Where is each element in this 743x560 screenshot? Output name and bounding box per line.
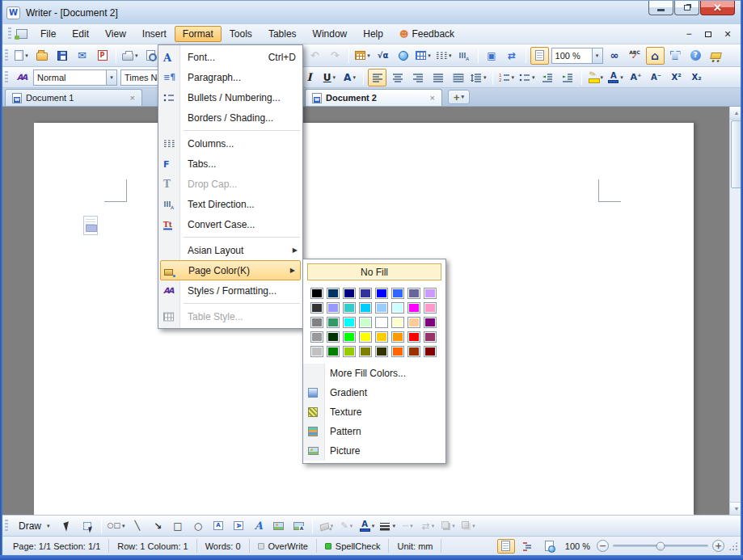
color-swatch[interactable] [359,288,372,299]
home-button[interactable]: ⌂ [646,47,665,65]
format-menu-item-font[interactable]: AFont...Ctrl+D [158,47,302,67]
page-color-item-gradient[interactable]: Gradient [303,383,445,402]
menu-tools[interactable]: Tools [222,26,260,42]
picture-caption-button[interactable] [289,517,308,535]
menubar-grip[interactable] [8,27,11,40]
format-menu-item-table-style[interactable]: Table Style... [158,306,302,326]
format-menu-item-styles-formatting[interactable]: Styles / Formatting... [158,280,302,301]
character-effects-button[interactable]: A▾ [340,69,359,86]
color-swatch[interactable] [391,302,404,314]
color-swatch[interactable] [391,317,404,328]
numbering-button[interactable]: 12▾ [497,69,517,86]
close-tab-icon[interactable]: × [130,93,135,103]
status-overwrite[interactable]: OverWrite [250,539,317,552]
redo-button[interactable]: ↷ [326,47,344,65]
vertical-text-box-button[interactable] [229,517,247,535]
menu-edit[interactable]: Edit [64,26,97,42]
format-menu-item-bullets-numbering[interactable]: Bullets / Numbering... [158,87,302,107]
line-spacing-button[interactable]: ▾ [469,69,488,86]
menu-window[interactable]: Window [305,26,356,42]
zoom-slider-thumb[interactable] [656,541,665,550]
align-justify-button[interactable] [428,69,447,86]
color-swatch[interactable] [424,346,437,357]
comment-button[interactable]: ▣ [483,47,501,65]
color-swatch[interactable] [359,317,372,328]
align-left-button[interactable] [368,69,386,86]
page-view-button[interactable] [530,47,549,65]
web-view-button[interactable] [541,539,559,554]
open-folder-button[interactable] [32,47,51,65]
color-swatch[interactable] [343,346,356,357]
menu-feedback[interactable]: ☻ Feedback [391,26,462,42]
spellcheck-button[interactable] [626,47,644,65]
subscript-button[interactable]: X₂ [687,69,706,86]
line-style-button[interactable]: ▾ [378,517,397,535]
store-button[interactable] [707,47,725,65]
status-unit[interactable]: Unit: mm [389,539,441,552]
text-box-button[interactable] [209,517,227,535]
rectangle-button[interactable]: □ [168,517,187,535]
increase-indent-button[interactable] [559,69,577,86]
color-swatch[interactable] [327,331,340,343]
color-swatch[interactable] [375,331,388,343]
color-swatch[interactable] [407,302,420,314]
word-art-button[interactable]: A [249,517,268,535]
menu-tables[interactable]: Tables [260,26,305,42]
tab-document-1[interactable]: Document 1× [5,89,142,106]
color-swatch[interactable] [391,288,404,299]
format-menu-item-page-color-k[interactable]: Page Color(K)▶ [160,260,301,280]
page-color-item-more-fill-colors[interactable]: More Fill Colors... [303,364,445,383]
fill-color-button[interactable]: ▾ [317,517,336,535]
shrink-font-button[interactable]: A⁻ [647,69,665,86]
format-menu-item-convert-case[interactable]: Convert Case... [158,214,302,234]
menu-view[interactable]: View [97,26,134,42]
color-swatch[interactable] [424,288,437,299]
color-swatch[interactable] [343,331,356,343]
status-page-section[interactable]: Page: 1/1 Section: 1/1 [5,539,109,552]
find-button[interactable]: ∞ [606,47,624,65]
color-swatch[interactable] [407,346,420,357]
color-swatch[interactable] [359,302,372,314]
document-switch-icon[interactable] [16,29,27,39]
track-changes-button[interactable]: ⇄ [503,47,521,65]
shapes-button[interactable]: ○□▾ [106,517,127,535]
page-color-item-texture[interactable]: Texture [303,402,445,422]
restore-button[interactable] [674,1,699,15]
color-swatch[interactable] [310,346,323,357]
color-swatch[interactable] [424,331,437,343]
format-menu-item-columns[interactable]: Columns... [158,133,302,154]
oval-button[interactable]: ○ [188,517,207,535]
status-words[interactable]: Words: 0 [197,539,250,552]
color-swatch[interactable] [327,288,340,299]
grow-font-button[interactable]: A⁺ [627,69,645,86]
format-menu-item-text-direction[interactable]: AText Direction... [158,194,302,214]
page-color-item-pattern[interactable]: Pattern [303,422,445,441]
columns-button[interactable]: ▾ [434,47,454,65]
styles-button[interactable] [12,69,31,86]
menu-format[interactable]: Format [175,26,222,42]
color-swatch[interactable] [375,302,388,314]
color-swatch[interactable] [407,288,420,299]
close-tab-icon[interactable]: × [430,93,435,103]
resize-grip[interactable] [728,541,738,551]
insert-table-button[interactable]: ▾ [353,47,372,65]
mdi-close-button[interactable]: × [722,27,733,40]
new-document-tab-button[interactable]: +▾ [448,90,470,104]
status-spellcheck[interactable]: SpellCheck [317,539,390,552]
color-swatch[interactable] [391,346,404,357]
print-button[interactable]: ▾ [120,47,140,65]
font-color-button[interactable]: ▾ [606,69,625,86]
format-menu-item-asian-layout[interactable]: Asian Layout▶ [158,240,302,260]
toolbar1-grip[interactable] [5,49,8,62]
page-color-item-picture[interactable]: Picture [303,441,445,461]
color-swatch[interactable] [310,288,323,299]
select-button[interactable] [58,517,77,535]
color-swatch[interactable] [310,317,323,328]
new-document-button[interactable]: ▾ [12,47,31,65]
skins-button[interactable] [666,47,685,65]
highlight-button[interactable]: ▾ [586,69,606,86]
line-color-button[interactable]: ✎▾ [337,517,356,535]
dash-style-button[interactable]: ┄▾ [399,517,417,535]
close-button[interactable]: ✕ [700,1,735,15]
color-swatch[interactable] [407,317,420,328]
